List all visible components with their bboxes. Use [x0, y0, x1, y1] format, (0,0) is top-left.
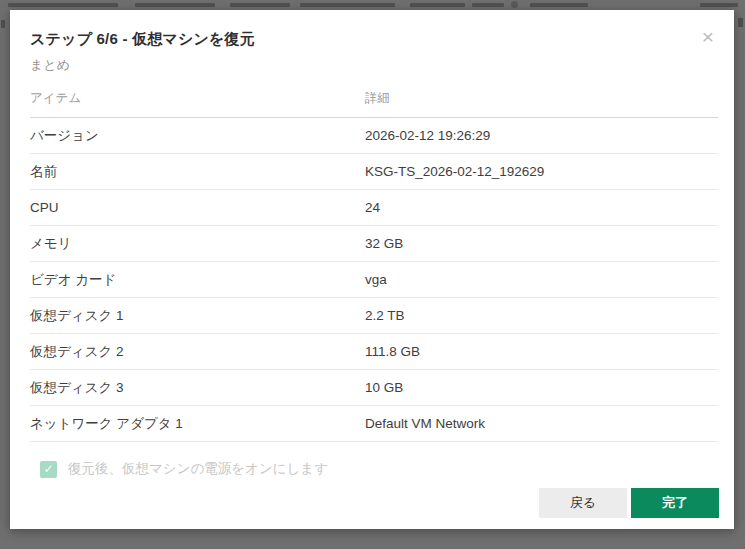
- row-label: ビデオ カード: [30, 271, 365, 289]
- power-on-after-restore-row: ✓ 復元後、仮想マシンの電源をオンにします: [40, 460, 714, 478]
- dialog-subtitle: まとめ: [30, 56, 714, 74]
- power-on-checkbox[interactable]: ✓: [40, 461, 57, 478]
- table-row-memory: メモリ 32 GB: [30, 226, 718, 262]
- table-row-network-adapter: ネットワーク アダプタ 1 Default VM Network: [30, 406, 718, 442]
- row-label: 仮想ディスク 1: [30, 307, 365, 325]
- table-header-row: アイテム 詳細: [30, 90, 718, 118]
- row-value: 24: [365, 200, 718, 215]
- background-edge-text: [1, 20, 5, 28]
- background-page-text: [0, 0, 745, 9]
- column-header-details: 詳細: [365, 90, 718, 107]
- table-row-video-card: ビデオ カード vga: [30, 262, 718, 298]
- finish-button[interactable]: 完了: [631, 488, 719, 518]
- table-row-disk-1: 仮想ディスク 1 2.2 TB: [30, 298, 718, 334]
- column-header-item: アイテム: [30, 90, 365, 107]
- summary-table: アイテム 詳細 バージョン 2026-02-12 19:26:29 名前 KSG…: [30, 90, 718, 442]
- row-label: 仮想ディスク 3: [30, 379, 365, 397]
- row-value: 111.8 GB: [365, 344, 718, 359]
- table-row-disk-3: 仮想ディスク 3 10 GB: [30, 370, 718, 406]
- dialog-title: ステップ 6/6 - 仮想マシンを復元: [30, 30, 714, 49]
- table-row-version: バージョン 2026-02-12 19:26:29: [30, 118, 718, 154]
- row-label: 名前: [30, 163, 365, 181]
- row-label: ネットワーク アダプタ 1: [30, 415, 365, 433]
- power-on-checkbox-label: 復元後、仮想マシンの電源をオンにします: [68, 460, 328, 478]
- row-value: Default VM Network: [365, 416, 718, 431]
- row-label: メモリ: [30, 235, 365, 253]
- row-label: CPU: [30, 200, 365, 215]
- background-edge-text: [738, 18, 743, 27]
- back-button[interactable]: 戻る: [539, 488, 627, 518]
- close-icon[interactable]: ×: [696, 24, 720, 49]
- table-row-name: 名前 KSG-TS_2026-02-12_192629: [30, 154, 718, 190]
- restore-vm-wizard-dialog: ステップ 6/6 - 仮想マシンを復元 まとめ × アイテム 詳細 バージョン …: [10, 10, 734, 529]
- row-value: 2.2 TB: [365, 308, 718, 323]
- dialog-footer: 戻る 完了: [539, 488, 719, 518]
- background-help-icon: [511, 1, 518, 8]
- row-value: 2026-02-12 19:26:29: [365, 128, 718, 143]
- table-row-cpu: CPU 24: [30, 190, 718, 226]
- row-label: 仮想ディスク 2: [30, 343, 365, 361]
- checkmark-icon: ✓: [43, 463, 53, 475]
- row-value: 10 GB: [365, 380, 718, 395]
- dialog-header: ステップ 6/6 - 仮想マシンを復元 まとめ ×: [10, 10, 734, 74]
- table-row-disk-2: 仮想ディスク 2 111.8 GB: [30, 334, 718, 370]
- row-label: バージョン: [30, 127, 365, 145]
- row-value: vga: [365, 272, 718, 287]
- row-value: 32 GB: [365, 236, 718, 251]
- row-value: KSG-TS_2026-02-12_192629: [365, 164, 718, 179]
